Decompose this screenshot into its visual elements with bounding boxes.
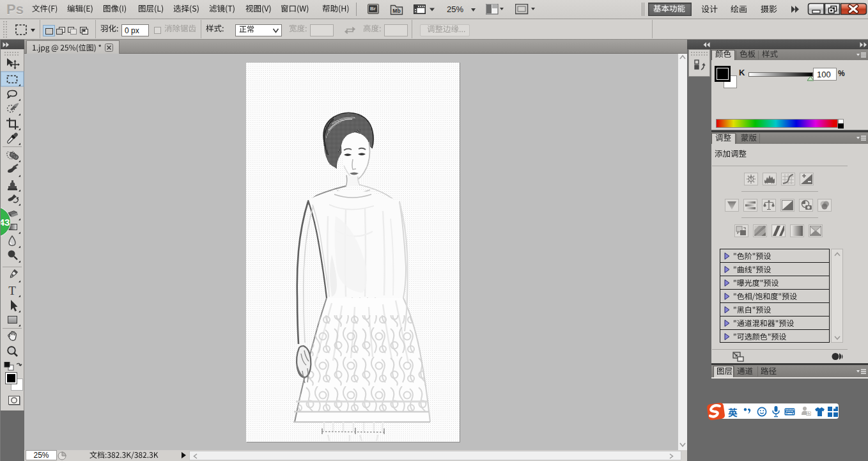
svg-text:T: T [8,284,16,297]
svg-text:Mb: Mb [392,8,400,14]
svg-text:43: 43 [0,217,10,228]
svg-text:15: 15 [806,411,811,416]
